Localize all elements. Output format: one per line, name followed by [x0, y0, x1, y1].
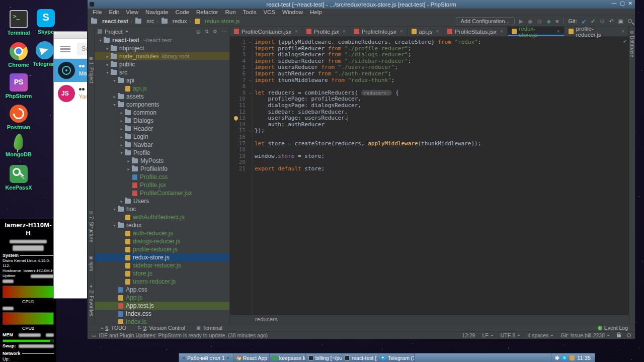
- tree-item[interactable]: nbproject: [95, 44, 229, 52]
- volume-icon[interactable]: [555, 356, 557, 359]
- chevron-collapsed-icon[interactable]: [119, 111, 124, 115]
- collapse-all-icon[interactable]: ⇅: [205, 29, 209, 34]
- chevron-collapsed-icon[interactable]: [112, 95, 117, 99]
- chevron-collapsed-icon[interactable]: [105, 62, 110, 67]
- desktop-icon-chrome[interactable]: Chrome: [4, 42, 33, 68]
- tree-item[interactable]: common: [95, 109, 229, 117]
- close-tab-icon[interactable]: ×: [500, 29, 503, 34]
- desktop-icon-terminal[interactable]: Terminal: [4, 10, 33, 36]
- code-line[interactable]: window.store = store;: [255, 153, 629, 160]
- caret-position[interactable]: 13:29: [462, 332, 475, 338]
- code-line[interactable]: auth: authReducer: [255, 122, 629, 128]
- menu-item-file[interactable]: File: [89, 9, 106, 15]
- tree-item[interactable]: ProfileInfo: [95, 165, 229, 173]
- tool-window-icon[interactable]: ▣: [618, 18, 623, 25]
- git-history-icon[interactable]: ⊙: [600, 18, 604, 25]
- tool-stripe-button[interactable]: ▦1: Project: [88, 56, 95, 83]
- tree-item[interactable]: Profile.jsx: [95, 181, 229, 189]
- tree-item[interactable]: App.css: [95, 286, 229, 294]
- chevron-collapsed-icon[interactable]: [105, 46, 110, 51]
- task-button[interactable]: Telegram (1: [378, 353, 415, 362]
- workspace-pager[interactable]: ◂ Рабочий стол 1 ▸: [179, 353, 233, 362]
- close-tab-icon[interactable]: ×: [295, 29, 298, 34]
- fold-marker-icon[interactable]: −: [249, 77, 252, 84]
- settings-gear-icon[interactable]: ⚙: [213, 29, 217, 34]
- close-tab-icon[interactable]: ×: [621, 29, 624, 34]
- close-tab-icon[interactable]: ×: [343, 29, 346, 34]
- chevron-collapsed-icon[interactable]: [126, 167, 131, 171]
- git-update-icon[interactable]: ↙: [582, 18, 586, 25]
- chevron-collapsed-icon[interactable]: [119, 143, 124, 147]
- window-titlebar[interactable]: react-test [~/react-test] - .../src/redu…: [88, 0, 635, 9]
- desktop-icon-keepassx[interactable]: KeePassX: [4, 165, 33, 191]
- menu-item-refactor[interactable]: Refactor: [193, 9, 221, 15]
- tray-app-icon[interactable]: [570, 355, 575, 360]
- tree-item[interactable]: auth-reducer.js: [95, 229, 229, 237]
- editor-tab[interactable]: api.js×: [408, 27, 444, 36]
- chevron-expanded-icon[interactable]: [98, 38, 103, 43]
- add-configuration-button[interactable]: Add Configuration...: [456, 17, 515, 25]
- chevron-expanded-icon[interactable]: [119, 151, 124, 155]
- menu-item-code[interactable]: Code: [172, 9, 193, 15]
- tree-item[interactable]: App.js: [95, 294, 229, 302]
- breadcrumb-item[interactable]: redux: [173, 18, 187, 24]
- close-icon[interactable]: ✕: [628, 1, 632, 6]
- tree-item[interactable]: profile-reducer.js: [95, 245, 229, 253]
- code-line[interactable]: let store = createStore(reducers, applyM…: [255, 141, 629, 147]
- chevron-expanded-icon[interactable]: [112, 103, 117, 107]
- tree-item[interactable]: Profile.css: [95, 173, 229, 181]
- hamburger-menu-icon[interactable]: [60, 46, 70, 52]
- tree-item[interactable]: api: [95, 76, 229, 84]
- chevron-collapsed-icon[interactable]: [119, 135, 124, 139]
- editor-tab[interactable]: profile-reducer.js×: [565, 27, 629, 36]
- menu-item-edit[interactable]: Edit: [106, 9, 123, 15]
- menu-item-window[interactable]: Window: [279, 9, 306, 15]
- tree-item[interactable]: Navbar: [95, 141, 229, 149]
- tree-item[interactable]: Profile: [95, 149, 229, 157]
- status-message[interactable]: IDE and Plugin Updates: PhpStorm is read…: [99, 332, 268, 338]
- tool-stripe-button-database[interactable]: ▤Database: [629, 30, 635, 57]
- close-tab-icon[interactable]: ×: [557, 29, 560, 34]
- indent-selector[interactable]: 4 spaces: [527, 332, 553, 338]
- desktop-icon-phpstorm[interactable]: PhpStorm: [4, 73, 33, 99]
- pager-left-icon[interactable]: ◂: [183, 355, 185, 360]
- tree-item[interactable]: components: [95, 101, 229, 109]
- tree-item[interactable]: Index.css: [95, 310, 229, 318]
- project-panel-header[interactable]: Project ◎ ⇅ ⚙ ―: [95, 27, 229, 36]
- tree-item[interactable]: ProfileContainer.jsx: [95, 189, 229, 197]
- pager-right-icon[interactable]: ▸: [227, 355, 229, 360]
- tree-item[interactable]: Users: [95, 197, 229, 205]
- tree-item[interactable]: App.test.js: [95, 302, 229, 310]
- task-button[interactable]: billing [~/pu: [306, 353, 342, 362]
- editor-tab[interactable]: Profile.jsx×: [302, 27, 350, 36]
- menu-item-help[interactable]: Help: [306, 9, 326, 15]
- chevron-collapsed-icon[interactable]: [119, 119, 124, 123]
- tree-item[interactable]: Header: [95, 125, 229, 133]
- editor-code[interactable]: import {applyMiddleware, combineReducers…: [253, 37, 629, 315]
- task-button[interactable]: keepassx.kd: [270, 353, 306, 362]
- highlighting-level-icon[interactable]: [627, 333, 631, 337]
- editor-breadcrumb-item[interactable]: reducers: [255, 316, 278, 322]
- chevron-collapsed-icon[interactable]: [119, 127, 124, 131]
- debug-icon[interactable]: ◉: [528, 18, 533, 25]
- maximize-icon[interactable]: ▢: [620, 1, 624, 6]
- desktop-icon-skype[interactable]: Skype: [31, 9, 60, 35]
- close-tab-icon[interactable]: ×: [400, 29, 403, 34]
- tree-item[interactable]: src: [95, 68, 229, 76]
- tool-window-button-version-control[interactable]: ⇅9: Version Control: [137, 325, 185, 331]
- tree-item[interactable]: withAuthRedirect.js: [95, 213, 229, 221]
- tool-window-button-terminal[interactable]: ▣Terminal: [196, 325, 222, 331]
- stop-icon[interactable]: ■: [555, 18, 559, 24]
- write-access-lock-icon[interactable]: [617, 334, 621, 337]
- skype-tray-icon[interactable]: S: [561, 355, 567, 360]
- git-commit-icon[interactable]: ✔: [591, 18, 595, 25]
- breadcrumb-item[interactable]: redux-store.js: [205, 18, 240, 24]
- tool-window-button-todo[interactable]: ≡6: TODO: [101, 325, 126, 331]
- close-tab-icon[interactable]: ×: [436, 29, 439, 34]
- profiler-icon[interactable]: ◈: [546, 18, 550, 25]
- editor-tab[interactable]: ProfileStatus.jsx×: [443, 27, 507, 36]
- event-log-button[interactable]: 1Event Log: [598, 325, 628, 331]
- editor-tab[interactable]: ProfileContainer.jsx×: [230, 27, 302, 36]
- chevron-collapsed-icon[interactable]: [119, 199, 124, 204]
- chevron-collapsed-icon[interactable]: [105, 54, 110, 59]
